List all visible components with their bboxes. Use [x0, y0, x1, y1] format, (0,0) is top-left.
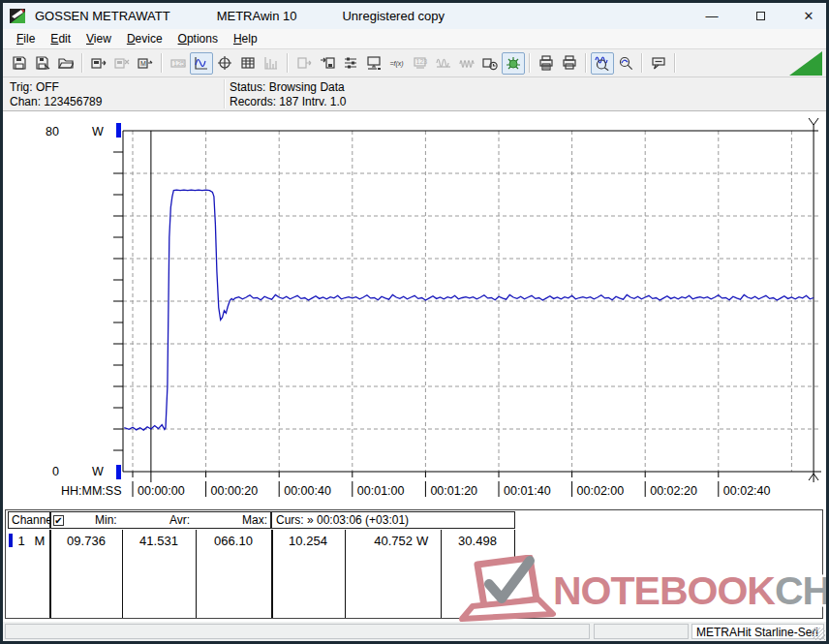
print-button[interactable] — [558, 52, 581, 75]
header-stats: ✔ Min: Avr: Max: — [50, 511, 271, 529]
channel-settings-button[interactable] — [339, 52, 362, 75]
cursor2-value: 40.752 — [345, 534, 413, 548]
app-title: GOSSEN METRAWATT — [35, 9, 170, 23]
toolbar-separator — [287, 53, 289, 73]
open-button[interactable] — [54, 52, 77, 75]
envelope-curve-icon — [459, 55, 475, 71]
x-tick-label: 00:02:20 — [650, 484, 697, 498]
table-row[interactable]: 1 M 09.736 41.531 066.10 10.254 40.752 W… — [6, 534, 822, 549]
cursor2-top-marker — [809, 118, 818, 125]
x-tick-label: 00:02:00 — [577, 484, 625, 498]
zoom-time-icon — [595, 55, 610, 71]
zoom-curve-button[interactable] — [614, 52, 637, 75]
status-panel: Trig: OFF Chan: 123456789 Status: Browsi… — [3, 77, 826, 111]
app-name: METRAwin 10 — [217, 9, 297, 23]
power-chart[interactable]: 00:00:0000:00:2000:00:4000:01:0000:01:20… — [3, 111, 826, 509]
x-axis-unit: HH:MM:SS — [61, 484, 122, 498]
channel-color-marker — [9, 534, 13, 547]
channel-checkbox[interactable]: ✔ — [53, 515, 64, 526]
header-avr: Avr: — [169, 513, 190, 527]
store-config-button[interactable] — [316, 52, 339, 75]
svg-text:123: 123 — [416, 58, 428, 65]
x-tick-label: 00:01:40 — [504, 484, 551, 498]
x-tick-label: 00:00:00 — [138, 484, 185, 498]
y-range-marker-bottom — [116, 465, 121, 479]
maximize-icon — [756, 12, 765, 20]
y-min-label-0: 0 — [52, 465, 59, 478]
chart-view-button[interactable] — [190, 52, 213, 75]
app-icon — [10, 8, 26, 24]
x-tick-label: 00:01:20 — [430, 484, 477, 498]
x-tick-label: 00:02:40 — [723, 484, 771, 498]
device-name: METRAHit Starline-Seri — [691, 624, 824, 639]
menu-bar: FileEditViewDeviceOptionsHelp — [3, 29, 826, 49]
save-as-icon — [35, 55, 50, 71]
print-preview-button[interactable] — [535, 52, 558, 75]
menu-options[interactable]: Options — [170, 30, 226, 47]
chart-panel[interactable]: 00:00:0000:00:2000:00:4000:01:0000:01:20… — [3, 111, 826, 509]
status-panel-divider — [224, 79, 226, 108]
toolbar-separator — [161, 53, 163, 73]
min-max-curve-button — [432, 52, 455, 75]
numeric-display-icon: 125.7 — [170, 55, 186, 71]
title-bar: GOSSEN METRAWATT METRAwin 10 Unregistere… — [3, 3, 826, 29]
menu-device[interactable]: Device — [119, 30, 170, 47]
maximize-button[interactable] — [751, 7, 770, 26]
zoom-time-button[interactable] — [591, 52, 614, 75]
read-device-icon — [91, 55, 107, 71]
svg-text:M: M — [140, 60, 146, 67]
min-max-curve-icon — [436, 55, 451, 71]
save-as-button[interactable] — [31, 52, 54, 75]
x-tick-label: 00:00:40 — [284, 484, 331, 498]
save-button[interactable] — [8, 52, 31, 75]
menu-help[interactable]: Help — [226, 30, 265, 47]
annotation-icon — [651, 55, 666, 71]
menu-edit[interactable]: Edit — [43, 30, 78, 47]
status-bar: METRAHit Starline-Seri — [3, 622, 826, 641]
close-button[interactable]: ✕ — [799, 7, 818, 26]
cursor-view-button[interactable] — [213, 52, 236, 75]
menu-file[interactable]: File — [9, 30, 43, 47]
resize-grip[interactable] — [813, 628, 825, 640]
envelope-curve-button — [455, 52, 478, 75]
read-memory-button[interactable]: M — [134, 52, 157, 75]
cursor-view-icon — [217, 55, 232, 71]
records-info: Records: 187 Intrv. 1.0 — [230, 95, 347, 109]
device-memory-button: 123 — [409, 52, 432, 75]
channel-number: 1 — [15, 534, 28, 548]
device-settings-button[interactable] — [362, 52, 385, 75]
toolbar-separator — [585, 53, 587, 73]
histogram-view-icon — [263, 55, 279, 71]
svg-text:125.7: 125.7 — [173, 60, 186, 67]
formula-icon: =f(x) — [389, 55, 405, 71]
header-channel: Channel: — [8, 511, 50, 529]
avr-value: 41.531 — [122, 534, 196, 548]
disconnect-device-icon — [114, 55, 130, 71]
disconnect-device-button — [110, 52, 134, 75]
open-icon — [58, 55, 74, 71]
interval-timer-button[interactable] — [478, 52, 502, 75]
max-value: 066.10 — [196, 534, 271, 548]
minimize-button[interactable]: — — [702, 7, 722, 26]
print-preview-icon — [538, 55, 554, 71]
read-device-button[interactable] — [87, 52, 110, 75]
toolbar-separator — [674, 53, 676, 73]
toolbar: M125.7=f(x)123 — [3, 49, 826, 77]
toolbar-separator — [641, 53, 643, 73]
measurement-table: Channel: ✔ Min: Avr: Max: Curs: » 00:03:… — [5, 509, 823, 619]
cursor2-unit: W — [416, 534, 436, 548]
x-tick-label: 00:01:00 — [357, 484, 405, 498]
zoom-curve-icon — [618, 55, 633, 71]
annotation-button[interactable] — [647, 52, 670, 75]
y-unit-bottom: W — [92, 465, 104, 478]
toolbar-separator — [529, 53, 531, 73]
store-config-icon — [320, 55, 335, 71]
table-view-button[interactable] — [236, 52, 260, 75]
cursor1-value: 10.254 — [271, 534, 345, 548]
channel-settings-icon — [343, 55, 358, 71]
formula-button[interactable]: =f(x) — [385, 52, 409, 75]
statusbar-section — [594, 624, 689, 639]
trigger-button[interactable] — [502, 52, 525, 75]
min-value: 09.736 — [50, 534, 122, 548]
menu-view[interactable]: View — [78, 30, 119, 47]
